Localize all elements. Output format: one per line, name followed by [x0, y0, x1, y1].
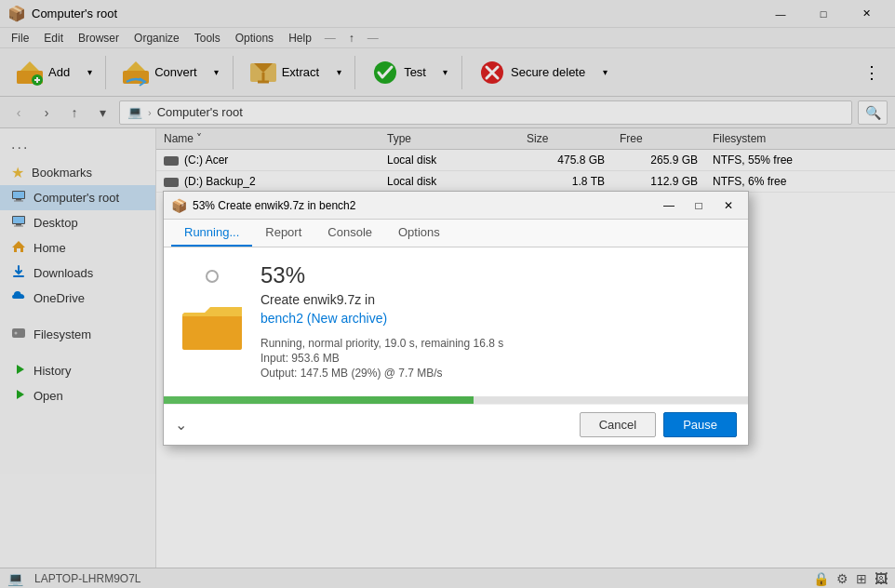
modal-title-text: 53% Create enwik9.7z in bench2	[193, 199, 651, 212]
modal-app-icon: 📦	[171, 198, 187, 213]
modal-title-bar: 📦 53% Create enwik9.7z in bench2 — □ ✕	[164, 192, 748, 220]
tab-report[interactable]: Report	[252, 220, 314, 247]
modal-close-button[interactable]: ✕	[716, 194, 741, 218]
modal-info: 53% Create enwik9.7z in bench2 (New arch…	[260, 262, 733, 381]
modal-overlay: 📦 53% Create enwik9.7z in bench2 — □ ✕ R…	[0, 0, 895, 588]
tab-options[interactable]: Options	[385, 220, 453, 247]
modal-tabs: Running... Report Console Options	[164, 220, 748, 247]
progress-radio[interactable]	[206, 270, 219, 283]
pause-button[interactable]: Pause	[663, 412, 737, 437]
modal-body: 53% Create enwik9.7z in bench2 (New arch…	[164, 247, 748, 396]
progress-dialog: 📦 53% Create enwik9.7z in bench2 — □ ✕ R…	[163, 191, 749, 446]
tab-running[interactable]: Running...	[171, 220, 252, 247]
modal-footer: ⌄ Cancel Pause	[164, 404, 748, 445]
progress-status: Running, normal priority, 19.0 s, remain…	[260, 337, 733, 350]
progress-percent: 53%	[260, 262, 733, 288]
progress-bar-track	[164, 396, 748, 404]
progress-input: Input: 953.6 MB	[260, 352, 733, 365]
progress-link[interactable]: bench2 (New archive)	[260, 311, 733, 326]
progress-output: Output: 147.5 MB (29%) @ 7.7 MB/s	[260, 367, 733, 380]
progress-bar-fill	[164, 396, 474, 404]
tab-console[interactable]: Console	[314, 220, 385, 247]
expand-chevron[interactable]: ⌄	[175, 416, 187, 434]
cancel-button[interactable]: Cancel	[580, 412, 656, 437]
modal-maximize-button[interactable]: □	[687, 194, 711, 218]
progress-desc: Create enwik9.7z in	[260, 292, 733, 307]
svg-rect-32	[182, 316, 242, 350]
folder-icon	[179, 290, 246, 357]
modal-minimize-button[interactable]: —	[657, 194, 681, 218]
